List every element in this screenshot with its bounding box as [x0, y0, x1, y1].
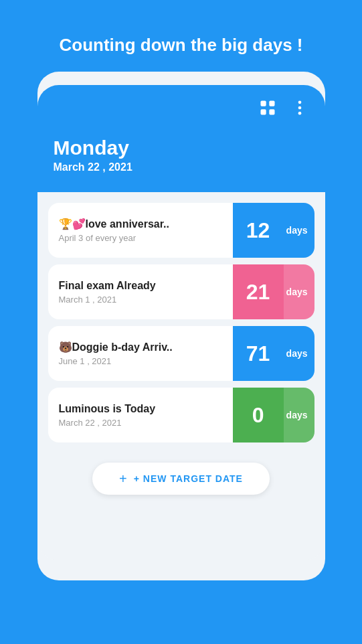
item-counter: 21 days [233, 264, 314, 319]
counter-number: 0 [233, 388, 284, 442]
page-title: Counting down the big days ! [46, 35, 316, 56]
list-item[interactable]: 🐻Doggie b-day Arriv.. June 1 , 2021 71 d… [48, 326, 314, 381]
svg-rect-2 [260, 109, 266, 114]
counter-number: 71 [233, 326, 284, 381]
item-counter: 71 days [233, 326, 314, 381]
items-container: 🏆💕love anniversar.. April 3 of every yea… [37, 192, 325, 560]
item-name: 🐻Doggie b-day Arriv.. [59, 341, 225, 353]
svg-rect-1 [269, 101, 274, 106]
item-counter: 0 days [233, 388, 314, 442]
add-target-date-button[interactable]: + + NEW TARGET DATE [92, 463, 270, 495]
plus-icon: + [119, 472, 127, 485]
svg-rect-3 [269, 109, 274, 114]
day-label: Monday [54, 136, 309, 160]
svg-point-5 [298, 106, 301, 110]
counter-number: 12 [233, 203, 284, 258]
add-button-container: + + NEW TARGET DATE [48, 463, 314, 495]
more-options-icon[interactable] [288, 96, 312, 120]
counter-number: 21 [233, 264, 284, 319]
date-label: March 22 , 2021 [54, 161, 309, 173]
item-name: 🏆💕love anniversar.. [59, 218, 225, 230]
item-info: 🐻Doggie b-day Arriv.. June 1 , 2021 [48, 326, 233, 381]
item-info: Final exam Already March 1 , 2021 [48, 264, 233, 319]
svg-rect-0 [260, 101, 266, 106]
svg-point-6 [298, 112, 301, 115]
counter-label: days [284, 326, 314, 381]
counter-label: days [284, 203, 314, 258]
svg-point-4 [298, 101, 301, 104]
item-info: Luminous is Today March 22 , 2021 [48, 388, 233, 442]
item-date: March 22 , 2021 [59, 418, 225, 428]
list-item[interactable]: Final exam Already March 1 , 2021 21 day… [48, 264, 314, 319]
header-section: Monday March 22 , 2021 [37, 85, 325, 192]
counter-label: days [284, 264, 314, 319]
counter-label: days [284, 388, 314, 442]
header-info: Monday March 22 , 2021 [37, 125, 325, 192]
grid-icon[interactable] [256, 96, 280, 120]
item-name: Final exam Already [59, 280, 225, 292]
item-name: Luminous is Today [59, 403, 225, 415]
list-item[interactable]: 🏆💕love anniversar.. April 3 of every yea… [48, 203, 314, 258]
list-item[interactable]: Luminous is Today March 22 , 2021 0 days [48, 388, 314, 442]
phone-card: Monday March 22 , 2021 🏆💕love anniversar… [37, 72, 325, 580]
card-toolbar [37, 96, 325, 120]
item-date: April 3 of every year [59, 233, 225, 243]
item-date: June 1 , 2021 [59, 356, 225, 366]
item-counter: 12 days [233, 203, 314, 258]
item-info: 🏆💕love anniversar.. April 3 of every yea… [48, 203, 233, 258]
item-date: March 1 , 2021 [59, 295, 225, 305]
add-button-label: + NEW TARGET DATE [134, 473, 243, 484]
